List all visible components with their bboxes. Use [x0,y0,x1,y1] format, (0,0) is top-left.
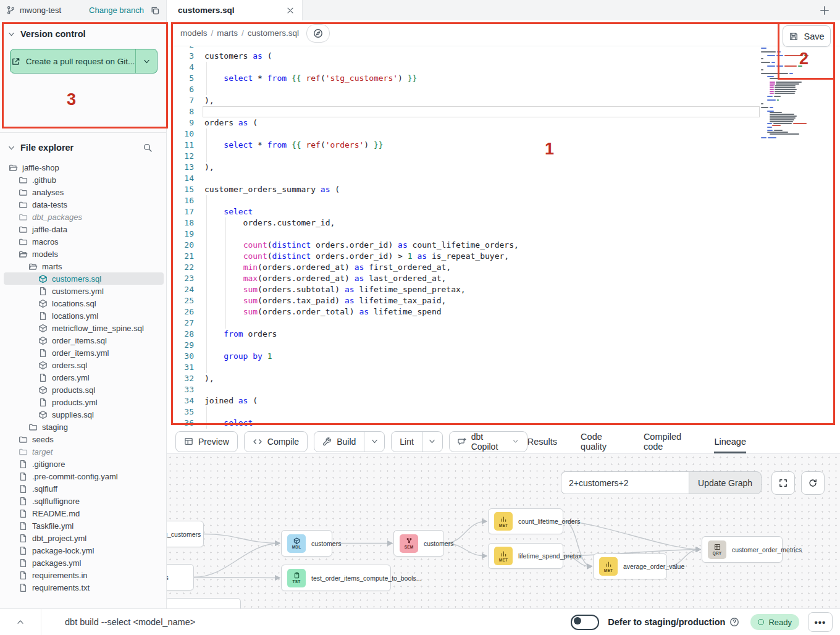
tree-item-locations.sql[interactable]: locations.sql [4,297,164,309]
code-line-36: 36 select [167,418,840,429]
tree-item-.pre-commit-config.yaml[interactable]: .pre-commit-config.yaml [4,470,164,482]
lineage-node-customers_sem[interactable]: SEMcustomers [393,530,444,557]
tree-item-macros[interactable]: macros [4,235,164,248]
ready-dot-icon [758,619,764,625]
chevron-up-icon[interactable] [16,618,25,626]
build-button[interactable]: Build [314,431,385,452]
update-graph-button[interactable]: Update Graph [689,471,762,494]
breadcrumb: models/marts/customers.sql [180,28,299,38]
breadcrumb-item[interactable]: marts [217,28,238,38]
create-pr-dropdown[interactable] [135,49,157,73]
refresh-button[interactable] [801,471,825,495]
tree-item-.github[interactable]: .github [4,174,164,186]
file-explorer-header[interactable]: File explorer [0,133,166,159]
save-button[interactable]: Save [783,25,831,47]
lineage-node-count_lifetime_orders[interactable]: METcount_lifetime_orders [488,508,563,534]
minimap[interactable] [761,46,817,195]
tree-item-.gitignore[interactable]: .gitignore [4,458,164,470]
tree-item-supplies.sql[interactable]: supplies.sql [4,408,164,421]
lineage-node-average_order_value[interactable]: METaverage_order_value [593,553,667,579]
tree-item-metricflow_time_spine.sql[interactable]: metricflow_time_spine.sql [4,322,164,334]
folder-icon [19,175,28,185]
lint-button[interactable]: Lint [391,431,443,452]
lint-dropdown[interactable] [422,432,442,452]
lineage-node-partial_node[interactable] [167,598,241,608]
dbt-copilot-button[interactable]: dbt Copilot [449,431,527,452]
search-icon[interactable] [143,143,153,153]
tree-item-locations.yml[interactable]: locations.yml [4,309,164,322]
fullscreen-button[interactable] [771,471,795,495]
tree-item-label: products.sql [52,385,95,395]
code-editor[interactable]: 23customers as (45 select * from {{ ref(… [167,46,840,429]
tree-item-Taskfile.yml[interactable]: Taskfile.yml [4,519,164,532]
copy-icon[interactable] [150,6,160,15]
tree-item-.sqlfluffignore[interactable]: .sqlfluffignore [4,495,164,507]
change-branch-link[interactable]: Change branch [89,6,144,15]
version-control-header[interactable]: Version control [0,20,166,45]
node-label: customer_order_metrics [732,546,802,553]
tree-item-label: locations.sql [52,299,96,308]
breadcrumb-item[interactable]: customers.sql [248,28,299,38]
tree-item-package-lock.yml[interactable]: package-lock.yml [4,544,164,557]
lineage-node-orders[interactable]: MDLorders [167,564,194,591]
tree-item-README.md[interactable]: README.md [4,507,164,519]
chevron-down-icon [143,57,151,65]
version-control-title: Version control [20,29,86,39]
close-icon[interactable] [286,6,295,15]
tree-item-label: orders.yml [52,373,90,382]
defer-toggle[interactable] [571,615,599,630]
lineage-node-test_order_items[interactable]: TSTtest_order_items_compute_to_bools... [281,565,391,591]
lineage-node-stg_customers[interactable]: MDLstg_customers [167,521,204,547]
lineage-node-customer_order_metrics[interactable]: QRYcustomer_order_metrics [702,536,783,563]
breadcrumb-item[interactable]: models [180,28,208,38]
tree-item-label: .pre-commit-config.yaml [32,472,118,481]
tab-customers-sql[interactable]: customers.sql [167,0,303,20]
tree-item-data-tests[interactable]: data-tests [4,198,164,211]
tree-item-orders.yml[interactable]: orders.yml [4,371,164,384]
folder-open-icon [9,163,18,172]
tree-item-seeds[interactable]: seeds [4,433,164,445]
tree-item-staging[interactable]: staging [4,421,164,433]
tree-item-analyses[interactable]: analyses [4,186,164,198]
code-line-32: 32), [167,373,840,384]
tree-item-order_items.sql[interactable]: order_items.sql [4,334,164,347]
docs-compass-button[interactable] [306,24,330,43]
tab-code-quality[interactable]: Code quality [581,429,620,453]
create-pr-button[interactable]: Create a pull request on Git... [10,49,158,74]
tree-item-products.sql[interactable]: products.sql [4,384,164,396]
lineage-selector-input[interactable] [561,471,689,494]
tree-item-dbt_project.yml[interactable]: dbt_project.yml [4,532,164,544]
tree-item-products.yml[interactable]: products.yml [4,396,164,408]
tree-item-orders.sql[interactable]: orders.sql [4,359,164,371]
new-tab-plus-icon[interactable] [819,5,830,16]
tree-item-customers.sql[interactable]: customers.sql [4,272,164,285]
tree-item-models[interactable]: models [4,248,164,260]
tree-item-label: .sqlfluffignore [32,497,80,506]
lineage-node-lifetime_spend_pretax[interactable]: METlifetime_spend_pretax [488,543,563,569]
tree-item-order_items.yml[interactable]: order_items.yml [4,347,164,359]
tree-item-label: README.md [32,509,80,518]
tree-item-jaffle-data[interactable]: jaffle-data [4,223,164,235]
tree-item-packages.yml[interactable]: packages.yml [4,557,164,569]
tab-lineage[interactable]: Lineage [714,429,746,453]
tree-item-dbt_packages[interactable]: dbt_packages [4,211,164,223]
tab-compiled-code[interactable]: Compiled code [644,429,691,453]
tree-item-requirements.in[interactable]: requirements.in [4,569,164,581]
tab-results[interactable]: Results [527,429,557,453]
create-pr-label: Create a pull request on Git... [26,57,135,66]
tree-item-jaffle-shop[interactable]: jaffle-shop [4,161,164,174]
tree-item-marts[interactable]: marts [4,260,164,272]
tree-item-requirements.txt[interactable]: requirements.txt [4,581,164,594]
divider [41,609,41,635]
tree-item-target[interactable]: target [4,445,164,458]
more-options-button[interactable]: ••• [808,612,833,632]
preview-button[interactable]: Preview [175,431,238,452]
lineage-panel[interactable]: MDLstg_customersMDLordersMDLcustomersSEM… [167,454,840,608]
tree-item-.sqlfluff[interactable]: .sqlfluff [4,482,164,495]
tree-item-label: marts [42,262,62,271]
build-dropdown[interactable] [364,432,384,452]
compile-button[interactable]: Compile [244,431,308,452]
lineage-node-customers_mdl[interactable]: MDLcustomers [281,530,332,557]
tree-item-customers.yml[interactable]: customers.yml [4,285,164,297]
help-icon[interactable] [729,617,739,627]
